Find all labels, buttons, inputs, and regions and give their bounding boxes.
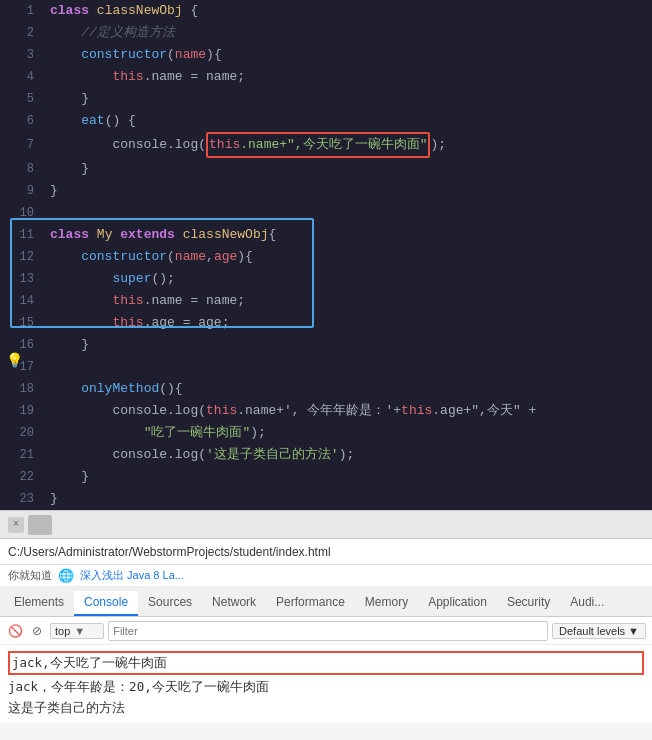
filter-input[interactable]: [108, 621, 548, 641]
console-line: jack，今年年龄是：20,今天吃了一碗牛肉面: [8, 677, 644, 698]
code-line: 10: [0, 202, 652, 224]
code-line: 1class classNewObj {: [0, 0, 652, 22]
code-token: }: [50, 88, 89, 110]
info-link[interactable]: 深入浅出 Java 8 La...: [80, 568, 184, 583]
code-token: this: [112, 312, 143, 334]
code-token: class: [50, 0, 89, 22]
code-token: .age = age;: [144, 312, 230, 334]
code-lines: 1class classNewObj {2 //定义构造方法3 construc…: [0, 0, 652, 510]
code-token: name: [175, 246, 206, 268]
code-token: eat: [81, 110, 104, 132]
line-number: 1: [0, 0, 42, 22]
console-line: 这是子类自己的方法: [8, 698, 644, 719]
code-token: ,: [206, 246, 214, 268]
code-token: {: [269, 224, 277, 246]
line-number: 2: [0, 22, 42, 44]
code-token: console.log(: [50, 400, 206, 422]
line-number: 23: [0, 488, 42, 510]
code-line: 7 console.log(this.name+",今天吃了一碗牛肉面");: [0, 132, 652, 158]
line-number: 14: [0, 290, 42, 312]
code-token: console.log(: [50, 444, 206, 466]
code-token: constructor: [81, 44, 167, 66]
line-number: 11: [0, 224, 42, 246]
line-number: 5: [0, 88, 42, 110]
code-line: 15 this.age = age;: [0, 312, 652, 334]
code-line: 3 constructor(name){: [0, 44, 652, 66]
code-token: [50, 44, 81, 66]
line-number: 8: [0, 158, 42, 180]
code-token: [89, 224, 97, 246]
devtools-close-btn[interactable]: ×: [8, 517, 24, 533]
lightbulb-icon: 💡: [6, 352, 23, 369]
code-token: .name = name;: [144, 290, 245, 312]
highlighted-code: this.name+",今天吃了一碗牛肉面": [206, 132, 430, 158]
code-line: 23}: [0, 488, 652, 510]
clear-console-btn[interactable]: 🚫: [6, 622, 24, 640]
code-line: 5 }: [0, 88, 652, 110]
code-token: "吃了一碗牛肉面": [144, 422, 251, 444]
code-token: .name = name;: [144, 66, 245, 88]
code-line: 18 onlyMethod(){: [0, 378, 652, 400]
code-line: 6 eat() {: [0, 110, 652, 132]
code-token: [50, 290, 112, 312]
info-static: 你就知道: [8, 568, 52, 583]
line-number: 20: [0, 422, 42, 444]
line-number: 9: [0, 180, 42, 202]
code-line: 17: [0, 356, 652, 378]
code-token: [50, 312, 112, 334]
devtools-panel: × C:/Users/Administrator/WebstormProject…: [0, 510, 652, 740]
code-line: 14 this.name = name;: [0, 290, 652, 312]
filter-toggle-btn[interactable]: ⊘: [28, 622, 46, 640]
line-number: 10: [0, 202, 42, 224]
context-selector[interactable]: top ▼: [50, 623, 104, 639]
code-token: (){: [159, 378, 182, 400]
line-number: 21: [0, 444, 42, 466]
tab-memory[interactable]: Memory: [355, 591, 418, 616]
line-number: 22: [0, 466, 42, 488]
code-line: 16 }: [0, 334, 652, 356]
devtools-tab-btn[interactable]: [28, 515, 52, 535]
code-token: console.log(: [50, 134, 206, 156]
tab-console[interactable]: Console: [74, 591, 138, 616]
console-output: jack,今天吃了一碗牛肉面jack，今年年龄是：20,今天吃了一碗牛肉面这是子…: [0, 645, 652, 723]
console-line-text: 这是子类自己的方法: [8, 698, 644, 718]
tab-security[interactable]: Security: [497, 591, 560, 616]
line-number: 6: [0, 110, 42, 132]
context-dropdown-icon: ▼: [74, 625, 85, 637]
console-toolbar: 🚫 ⊘ top ▼ Default levels ▼: [0, 617, 652, 645]
code-token: this: [112, 290, 143, 312]
console-line-text: jack，今年年龄是：20,今天吃了一碗牛肉面: [8, 677, 644, 697]
code-token: }: [50, 180, 58, 202]
code-token: age: [214, 246, 237, 268]
line-number: 13: [0, 268, 42, 290]
tab-application[interactable]: Application: [418, 591, 497, 616]
code-token: [50, 246, 81, 268]
default-levels-icon: ▼: [628, 625, 639, 637]
code-token: onlyMethod: [81, 378, 159, 400]
tab-audits[interactable]: Audi...: [560, 591, 614, 616]
code-token: extends: [120, 224, 175, 246]
code-line: 20 "吃了一碗牛肉面");: [0, 422, 652, 444]
this-keyword: this: [209, 137, 240, 152]
line-number: 15: [0, 312, 42, 334]
default-levels-btn[interactable]: Default levels ▼: [552, 623, 646, 639]
code-line: 2 //定义构造方法: [0, 22, 652, 44]
code-token: [50, 268, 112, 290]
code-line: 21 console.log('这是子类自己的方法');: [0, 444, 652, 466]
code-token: {: [183, 0, 199, 22]
code-token: //定义构造方法: [50, 22, 175, 44]
code-token: );: [250, 422, 266, 444]
code-token: [112, 224, 120, 246]
tab-elements[interactable]: Elements: [4, 591, 74, 616]
code-token: this: [401, 400, 432, 422]
tab-performance[interactable]: Performance: [266, 591, 355, 616]
code-token: constructor: [81, 246, 167, 268]
tab-network[interactable]: Network: [202, 591, 266, 616]
code-token: (: [167, 44, 175, 66]
code-token: this: [112, 66, 143, 88]
code-line: 9}: [0, 180, 652, 202]
code-line: 12 constructor(name,age){: [0, 246, 652, 268]
tab-sources[interactable]: Sources: [138, 591, 202, 616]
info-bar: 你就知道 🌐 深入浅出 Java 8 La...: [0, 565, 652, 587]
string-token: .name+",今天吃了一碗牛肉面": [240, 137, 427, 152]
